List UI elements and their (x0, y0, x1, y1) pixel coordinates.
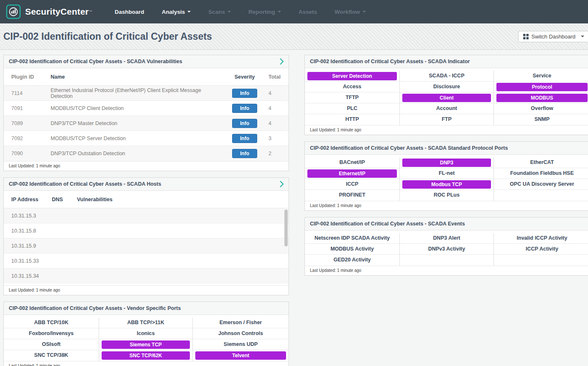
panel-title: CIP-002 Identification of Critical Cyber… (9, 302, 181, 315)
ip-address-cell: 10.31.15.8 (11, 228, 52, 234)
last-updated: Last Updated: 1 minute ago (4, 161, 289, 171)
matrix-cell[interactable]: ICCP Activity (494, 244, 588, 255)
securitycenter-logo-icon (6, 4, 21, 19)
panel-header: CIP-002 Identification of Critical Cyber… (4, 55, 289, 68)
panel-header: CIP-002 Identification of Critical Cyber… (305, 55, 588, 68)
matrix-cell[interactable]: PROFINET (305, 190, 400, 201)
matrix-cell[interactable]: SCADA - ICCP (400, 71, 494, 82)
matrix-cell[interactable] (494, 190, 588, 201)
nav-item-dashboard[interactable]: Dashboard (115, 9, 144, 15)
chevron-right-icon[interactable] (280, 58, 284, 65)
table-row[interactable]: 10.31.15.3 (4, 208, 289, 223)
matrix-cell[interactable]: Protocol (494, 82, 588, 92)
switch-dashboard-label: Switch Dashboard (532, 33, 576, 40)
last-updated: Last Updated: 1 minute ago (305, 266, 588, 275)
matrix-cell[interactable]: TFTP (305, 92, 400, 103)
matrix-cell[interactable]: Iconics (99, 328, 193, 339)
severity-badge[interactable]: Info (232, 119, 257, 128)
matrix-cell[interactable]: Johnson Controls (193, 328, 289, 339)
matrix-cell[interactable]: Client (400, 92, 494, 103)
panel-scada-hosts: CIP-002 Identification of Critical Cyber… (3, 177, 289, 295)
table-row[interactable]: 7089DNP3/TCP Master DetectionInfo4 (4, 116, 289, 131)
matrix-cell[interactable]: Disclosure (400, 82, 494, 92)
matrix-cell[interactable]: MODBUS Activity (305, 244, 400, 255)
matrix-cell[interactable]: HTTP (305, 114, 400, 125)
matrix-cell[interactable]: Emerson / Fisher (193, 317, 289, 328)
table-row[interactable]: 10.31.15.34 (4, 269, 289, 284)
severity-badge[interactable]: Info (232, 104, 257, 113)
caret-down-icon (278, 11, 281, 13)
panel-scada-events: CIP-002 Identification of Critical Cyber… (304, 217, 588, 276)
severity-badge[interactable]: Info (232, 134, 257, 143)
severity-cell: Info (226, 89, 263, 98)
table-row[interactable]: 10.31.15.9 (4, 238, 289, 253)
matrix-cell[interactable]: Telvent (193, 350, 289, 361)
matrix-cell[interactable]: Modbus TCP (400, 179, 494, 190)
matrix-cell[interactable]: Ethernet/IP (305, 168, 400, 179)
matrix-cell[interactable]: DNPv3 Activity (400, 244, 494, 255)
severity-cell: Info (226, 149, 263, 158)
table-row[interactable]: 10.31.15.8 (4, 223, 289, 238)
matrix-cell[interactable]: SNMP (494, 114, 588, 125)
matrix-cell[interactable]: Invalid ICCP Activity (494, 233, 588, 244)
matrix-cell[interactable]: Foundation Fieldbus HSE (494, 168, 588, 179)
ip-address-cell: 10.31.15.3 (11, 213, 52, 219)
table-row[interactable]: 7092MODBUS/TCP Server DetectionInfo3 (4, 131, 289, 146)
matrix-cell[interactable]: Siemens TCP (99, 339, 193, 350)
chevron-right-icon[interactable] (280, 181, 284, 187)
matrix-cell[interactable]: Account (400, 103, 494, 114)
matrix-cell[interactable]: EtherCAT (494, 157, 588, 168)
matrix-cell[interactable]: ROC PLus (400, 190, 494, 201)
severity-badge[interactable]: Info (232, 89, 257, 98)
panel-header: CIP-002 Identification of Critical Cyber… (305, 142, 588, 155)
ip-address-cell: 10.31.15.34 (11, 273, 52, 279)
nav-item-scans[interactable]: Scans (208, 9, 231, 15)
matrix-cell[interactable]: OSIsoft (4, 339, 99, 350)
matrix-cell[interactable]: FTP (400, 114, 494, 125)
severity-badge[interactable]: Info (232, 149, 257, 158)
matrix-cell[interactable]: Access (305, 82, 400, 92)
matrix-cell[interactable]: FL-net (400, 168, 494, 179)
table-header-row: IP Address DNS Vulnerabilities (4, 191, 289, 208)
table-row[interactable]: 7091MODBUS/TCP Client DetectionInfo4 (4, 101, 289, 116)
matrix-cell[interactable] (400, 255, 494, 266)
matrix-cell[interactable]: PLC (305, 103, 400, 114)
matrix-cell[interactable]: BACnet/IP (305, 157, 400, 168)
matrix-cell[interactable]: Netscreen IDP SCADA Activity (305, 233, 400, 244)
nav-item-reporting[interactable]: Reporting (248, 9, 281, 15)
matrix-cell[interactable]: SNC TCP/38K (4, 350, 99, 361)
nav-item-label: Assets (299, 9, 317, 15)
name-cell: Ethernet Industrial Protocol (EtherNet/I… (51, 87, 226, 99)
switch-dashboard-button[interactable]: Switch Dashboard (518, 31, 588, 42)
last-updated: Last Updated: 1 minute ago (305, 125, 588, 135)
plugin-id-cell: 7089 (11, 120, 51, 126)
nav-item-workflow[interactable]: Workflow (335, 9, 366, 15)
column-header-plugin-id: Plugin ID (11, 74, 51, 80)
matrix-cell[interactable]: DNP3 Alert (400, 233, 494, 244)
matrix-cell[interactable]: Overflow (494, 103, 588, 114)
vendor-ports-matrix: ABB TCP/10KABB TCP/>11KEmerson / FisherF… (4, 317, 289, 361)
matrix-cell[interactable]: OPC UA Discovery Server (494, 179, 588, 190)
matrix-cell[interactable]: Service (494, 71, 588, 82)
table-row[interactable]: 10.31.15.33 (4, 253, 289, 269)
brand[interactable]: SecurityCenter ™ (6, 4, 92, 19)
matrix-cell[interactable]: Foxboro/Invensys (4, 328, 99, 339)
matrix-cell[interactable]: ICCP (305, 179, 400, 190)
matrix-cell[interactable]: ABB TCP/>11K (99, 317, 193, 328)
table-row[interactable]: 7090DNP3/TCP Outstation DetectionInfo2 (4, 146, 289, 161)
plugin-id-cell: 7092 (11, 136, 51, 141)
matrix-cell[interactable]: SNC TCP/62K (99, 350, 193, 361)
matrix-cell[interactable]: ABB TCP/10K (4, 317, 99, 328)
highlight-pill: Siemens TCP (102, 340, 190, 349)
matrix-cell[interactable]: DNP3 (400, 157, 494, 168)
nav-item-assets[interactable]: Assets (299, 9, 317, 15)
matrix-cell[interactable]: GED20 Activity (305, 255, 400, 266)
dashboard-grid-icon (523, 34, 529, 39)
matrix-cell[interactable]: Server Detection (305, 71, 400, 82)
matrix-cell[interactable] (494, 255, 588, 266)
matrix-cell[interactable]: MODBUS (494, 92, 588, 103)
matrix-cell[interactable]: Siemens UDP (193, 339, 289, 350)
scrollbar-thumb[interactable] (284, 210, 288, 246)
table-row[interactable]: 7114Ethernet Industrial Protocol (EtherN… (4, 86, 289, 101)
nav-item-analysis[interactable]: Analysis (162, 9, 191, 15)
